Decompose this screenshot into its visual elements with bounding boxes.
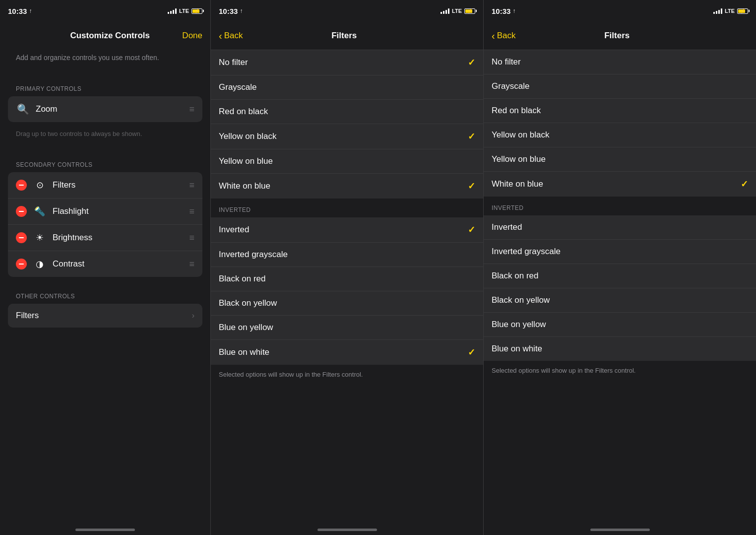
filter-item-yellow-on-black-p3[interactable]: Yellow on black (484, 123, 756, 147)
secondary-label: SECONDARY CONTROLS (8, 153, 202, 172)
filters-scroll-panel2: No filter ✓ Grayscale Red on black Yello… (211, 50, 483, 518)
filters-scroll-panel3: No filter Grayscale Red on black Yellow … (484, 50, 756, 518)
filter-item-blue-on-white[interactable]: Blue on white ✓ (211, 340, 483, 365)
filter-item-grayscale-p3[interactable]: Grayscale (484, 74, 756, 99)
filter-label-white-on-blue-p3: White on blue (492, 179, 741, 189)
filter-label-no-filter-p3: No filter (492, 57, 748, 67)
filter-item-blue-on-yellow[interactable]: Blue on yellow (211, 316, 483, 340)
back-button-panel2[interactable]: ‹ Back (219, 31, 243, 41)
filter-item-black-on-red[interactable]: Black on red (211, 267, 483, 291)
remove-filters-button[interactable] (16, 180, 27, 191)
filters-panel-left: 10:33 ↑ LTE ⚡ ‹ Back Filters (210, 0, 483, 535)
filter-item-black-on-red-p3[interactable]: Black on red (484, 264, 756, 288)
control-item-brightness[interactable]: ☀ Brightness ≡ (8, 225, 202, 251)
control-item-zoom[interactable]: 🔍 Zoom ≡ (8, 96, 202, 122)
customize-content: Add and organize controls you use most o… (0, 50, 210, 518)
filter-label-blue-on-white: Blue on white (219, 347, 468, 357)
filters-panel-right: 10:33 ↑ LTE ⚡ ‹ Back Filters (483, 0, 756, 535)
other-label: OTHER CONTROLS (8, 285, 202, 304)
filter-item-blue-on-yellow-p3[interactable]: Blue on yellow (484, 313, 756, 337)
back-button-panel3[interactable]: ‹ Back (492, 31, 515, 41)
filter-label-yellow-on-black: Yellow on black (219, 132, 468, 141)
filter-item-inverted-grayscale[interactable]: Inverted grayscale (211, 243, 483, 267)
charging-icon-panel1: ⚡ (194, 8, 200, 13)
filter-item-blue-on-white-p3[interactable]: Blue on white (484, 337, 756, 361)
nav-bar-panel1: Customize Controls Done (0, 22, 210, 50)
filter-item-inverted-grayscale-p3[interactable]: Inverted grayscale (484, 240, 756, 264)
battery-icon-panel2: ⚡ (464, 8, 475, 14)
drag-handle-brightness[interactable]: ≡ (189, 233, 194, 243)
filter-label-black-on-red-p3: Black on red (492, 271, 748, 281)
customize-controls-panel: 10:33 ↑ LTE ⚡ Customize Controls Done Ad… (0, 0, 210, 535)
filter-item-red-on-black-p3[interactable]: Red on black (484, 99, 756, 123)
nav-bar-panel2: ‹ Back Filters (211, 22, 483, 50)
home-bar-panel3 (590, 529, 650, 531)
remove-flashlight-button[interactable] (16, 206, 27, 217)
filter-check-inverted: ✓ (468, 224, 475, 235)
contrast-label: Contrast (53, 259, 183, 269)
chevron-back-icon-panel2: ‹ (219, 31, 222, 41)
location-icon: ↑ (29, 7, 32, 14)
lte-label-panel1: LTE (179, 8, 189, 14)
control-item-flashlight[interactable]: 🔦 Flashlight ≡ (8, 199, 202, 225)
filter-item-no-filter[interactable]: No filter ✓ (211, 50, 483, 75)
filter-label-blue-on-white-p3: Blue on white (492, 344, 748, 354)
home-bar-panel1 (75, 529, 135, 531)
drag-handle-contrast[interactable]: ≡ (189, 259, 194, 269)
brightness-icon: ☀ (33, 231, 47, 245)
filter-item-yellow-on-blue[interactable]: Yellow on blue (211, 149, 483, 174)
other-item-filters[interactable]: Filters › (8, 304, 202, 328)
filter-label-black-on-red: Black on red (219, 274, 475, 284)
filter-item-yellow-on-blue-p3[interactable]: Yellow on blue (484, 147, 756, 172)
location-icon-panel2: ↑ (240, 7, 243, 14)
filter-item-inverted[interactable]: Inverted ✓ (211, 217, 483, 243)
lte-label-panel2: LTE (452, 8, 462, 14)
filter-label-inverted: Inverted (219, 225, 468, 235)
home-indicator-panel1 (0, 518, 210, 535)
drag-handle-flashlight[interactable]: ≡ (189, 206, 194, 217)
page-title-panel3: Filters (515, 31, 718, 41)
filter-item-black-on-yellow[interactable]: Black on yellow (211, 291, 483, 316)
battery-icon-panel3: ⚡ (737, 8, 748, 14)
filter-item-grayscale[interactable]: Grayscale (211, 75, 483, 100)
lte-label-panel3: LTE (725, 8, 735, 14)
filter-label-yellow-on-blue-p3: Yellow on blue (492, 154, 748, 164)
filter-label-white-on-blue: White on blue (219, 181, 468, 191)
drag-handle-zoom[interactable]: ≡ (189, 104, 194, 115)
filter-item-white-on-blue[interactable]: White on blue ✓ (211, 174, 483, 199)
chevron-back-icon-panel3: ‹ (492, 31, 495, 41)
filter-item-white-on-blue-p3[interactable]: White on blue ✓ (484, 172, 756, 197)
battery-icon-panel1: ⚡ (191, 8, 202, 14)
inverted-label-panel3: INVERTED (484, 197, 756, 215)
filter-footer-panel3: Selected options will show up in the Fil… (484, 361, 756, 380)
control-item-contrast[interactable]: ◑ Contrast ≡ (8, 251, 202, 277)
filter-list-panel2: No filter ✓ Grayscale Red on black Yello… (211, 50, 483, 199)
filter-check-white-on-blue: ✓ (468, 181, 475, 192)
status-bar-panel3: 10:33 ↑ LTE ⚡ (484, 0, 756, 22)
flashlight-label: Flashlight (53, 206, 183, 216)
remove-contrast-button[interactable] (16, 259, 27, 269)
control-item-filters[interactable]: ⊙ Filters ≡ (8, 172, 202, 199)
filter-label-red-on-black: Red on black (219, 107, 475, 117)
done-button[interactable]: Done (182, 31, 202, 41)
status-time-panel2: 10:33 ↑ (219, 7, 243, 15)
filter-check-no-filter: ✓ (468, 57, 475, 68)
filter-item-black-on-yellow-p3[interactable]: Black on yellow (484, 288, 756, 313)
drag-handle-filters[interactable]: ≡ (189, 180, 194, 191)
chevron-right-icon: › (192, 311, 194, 320)
filter-label-black-on-yellow-p3: Black on yellow (492, 295, 748, 305)
inverted-list-panel2: Inverted ✓ Inverted grayscale Black on r… (211, 217, 483, 365)
filter-label-yellow-on-black-p3: Yellow on black (492, 130, 748, 140)
filter-item-no-filter-p3[interactable]: No filter (484, 50, 756, 74)
home-bar-panel2 (317, 529, 377, 531)
contrast-icon: ◑ (33, 257, 47, 271)
filter-label-grayscale-p3: Grayscale (492, 81, 748, 91)
filters-icon: ⊙ (33, 178, 47, 192)
filter-item-red-on-black[interactable]: Red on black (211, 100, 483, 124)
filter-label-inverted-grayscale-p3: Inverted grayscale (492, 247, 748, 257)
status-bar-panel2: 10:33 ↑ LTE ⚡ (211, 0, 483, 22)
filter-item-yellow-on-black[interactable]: Yellow on black ✓ (211, 124, 483, 149)
remove-brightness-button[interactable] (16, 232, 27, 243)
filter-item-inverted-p3[interactable]: Inverted (484, 215, 756, 240)
page-title-panel1: Customize Controls (38, 31, 182, 41)
